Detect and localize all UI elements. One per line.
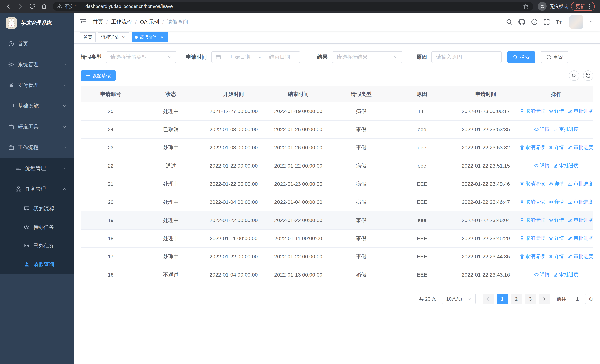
progress-action-link[interactable]: 审批进度 xyxy=(568,144,593,151)
header-search-icon[interactable] xyxy=(506,19,513,25)
progress-action-link[interactable]: 审批进度 xyxy=(568,199,593,205)
cell-id: 20 xyxy=(81,193,141,211)
progress-action-link[interactable]: 审批进度 xyxy=(553,162,579,169)
browser-menu-icon[interactable] xyxy=(587,3,593,9)
browser-reload-icon[interactable] xyxy=(28,1,37,11)
sidebar-item-label: 研发工具 xyxy=(18,123,38,130)
incognito-icon xyxy=(538,2,547,11)
cell-type: 事假 xyxy=(331,121,392,139)
edit-icon xyxy=(568,200,572,205)
apply-time-range-picker[interactable]: 开始日期 - 结束日期 xyxy=(211,51,300,63)
cell-id: 21 xyxy=(81,175,141,193)
cancel-action-link[interactable]: 取消请假 xyxy=(520,199,545,205)
browser-home-icon[interactable] xyxy=(39,1,49,11)
browser-update-button[interactable]: 更新 xyxy=(571,2,595,11)
progress-action-link[interactable]: 审批进度 xyxy=(553,271,579,278)
create-leave-button[interactable]: 发起请假 xyxy=(81,70,116,81)
progress-action-link[interactable]: 审批进度 xyxy=(568,180,593,187)
sidebar-item-my-process[interactable]: 我的流程 xyxy=(0,199,74,218)
refresh-table-button[interactable] xyxy=(583,70,593,81)
sidebar-item-workflow[interactable]: 工作流程 xyxy=(0,137,74,158)
svg-text:?: ? xyxy=(533,20,535,24)
view-icon xyxy=(534,127,539,132)
progress-action-link[interactable]: 审批进度 xyxy=(568,108,593,114)
cancel-action-link[interactable]: 取消请假 xyxy=(520,253,545,260)
sidebar-item-task-mgmt[interactable]: 任务管理 xyxy=(0,179,74,199)
detail-action-link[interactable]: 详情 xyxy=(534,162,550,169)
next-page-button[interactable] xyxy=(539,294,550,304)
detail-action-link[interactable]: 详情 xyxy=(548,253,564,260)
tag-流程详情[interactable]: 流程详情× xyxy=(98,32,129,42)
user-avatar[interactable] xyxy=(569,15,583,29)
page-number-2[interactable]: 2 xyxy=(511,294,522,304)
detail-action-link[interactable]: 详情 xyxy=(548,108,564,114)
result-select[interactable]: 请选择流结果 xyxy=(332,51,403,63)
cell-end: 2022-01-04 00:00:00 xyxy=(266,193,331,211)
cancel-action-link[interactable]: 取消请假 xyxy=(520,217,545,223)
sidebar-item-label: 系统管理 xyxy=(18,61,38,68)
refresh-icon xyxy=(546,55,552,60)
sidebar-item-todo-tasks[interactable]: 待办任务 xyxy=(0,218,74,236)
sidebar-item-leave-query[interactable]: 请假查询 xyxy=(0,255,74,274)
cell-ops: 取消请假详情审批进度 xyxy=(519,193,593,211)
cell-end: 2022-01-22 00:00:00 xyxy=(266,211,331,229)
tag-首页[interactable]: 首页 xyxy=(80,32,96,42)
sidebar-item-payment[interactable]: 支付管理 xyxy=(0,75,74,96)
progress-action-link[interactable]: 审批进度 xyxy=(568,217,593,223)
sidebar-item-done-tasks[interactable]: 已办任务 xyxy=(0,236,74,255)
cell-id: 24 xyxy=(81,121,141,139)
sidebar-item-home[interactable]: 首页 xyxy=(0,33,74,54)
sidebar-item-process-mgmt[interactable]: 流程管理 xyxy=(0,158,74,179)
search-button[interactable]: 搜索 xyxy=(507,51,535,63)
address-bar[interactable]: 不安全 dashboard.yudao.iocoder.cn/bpm/oa/le… xyxy=(53,2,533,11)
detail-action-link[interactable]: 详情 xyxy=(548,180,564,187)
detail-action-link[interactable]: 详情 xyxy=(548,199,564,205)
sidebar-collapse-button[interactable] xyxy=(79,18,87,26)
reason-input[interactable] xyxy=(431,51,502,63)
page-size-select[interactable]: 10条/页 xyxy=(442,294,476,304)
cell-type: 病假 xyxy=(331,102,392,121)
breadcrumb-item[interactable]: 工作流程 xyxy=(111,18,132,25)
cell-ops: 详情审批进度 xyxy=(519,121,593,139)
cancel-action-link[interactable]: 取消请假 xyxy=(520,144,545,151)
bookmark-star-icon[interactable] xyxy=(523,3,529,9)
progress-action-link[interactable]: 审批进度 xyxy=(568,235,593,242)
prev-page-button[interactable] xyxy=(483,294,494,304)
cancel-action-link[interactable]: 取消请假 xyxy=(520,180,545,187)
tag-close-icon[interactable]: × xyxy=(121,35,126,40)
browser-back-icon[interactable] xyxy=(4,1,13,11)
toggle-search-button[interactable] xyxy=(569,70,579,81)
page-number-3[interactable]: 3 xyxy=(525,294,536,304)
github-icon[interactable] xyxy=(518,18,525,26)
detail-action-link[interactable]: 详情 xyxy=(548,235,564,242)
font-size-icon[interactable]: TT xyxy=(555,19,562,25)
goto-page-input[interactable] xyxy=(569,294,586,304)
goto-label: 前往 xyxy=(557,296,566,302)
reset-button[interactable]: 重置 xyxy=(541,51,569,63)
progress-action-link[interactable]: 审批进度 xyxy=(568,253,593,260)
tools-icon xyxy=(8,124,14,130)
breadcrumb-item[interactable]: OA 示例 xyxy=(140,18,159,25)
detail-action-link[interactable]: 详情 xyxy=(548,144,564,151)
cancel-action-link[interactable]: 取消请假 xyxy=(520,108,545,114)
browser-forward-icon[interactable] xyxy=(16,1,25,11)
detail-action-link[interactable]: 详情 xyxy=(548,217,564,223)
cell-status: 处理中 xyxy=(141,211,201,229)
page-number-1[interactable]: 1 xyxy=(497,294,508,304)
progress-action-link[interactable]: 审批进度 xyxy=(553,126,579,132)
sidebar-item-dev-tools[interactable]: 研发工具 xyxy=(0,116,74,137)
cell-type: 事假 xyxy=(331,139,392,157)
tag-close-icon[interactable]: × xyxy=(159,35,165,40)
cell-id: 18 xyxy=(81,229,141,248)
detail-action-link[interactable]: 详情 xyxy=(534,271,550,278)
tag-请假查询[interactable]: 请假查询× xyxy=(131,32,168,42)
detail-action-link[interactable]: 详情 xyxy=(534,126,550,132)
sidebar-item-system[interactable]: 系统管理 xyxy=(0,54,74,75)
fullscreen-icon[interactable] xyxy=(543,19,550,25)
docs-help-icon[interactable]: ? xyxy=(531,19,538,25)
cancel-action-link[interactable]: 取消请假 xyxy=(520,235,545,242)
sidebar-item-infrastructure[interactable]: 基础设施 xyxy=(0,96,74,116)
user-menu-caret-icon[interactable] xyxy=(589,20,593,24)
breadcrumb-item[interactable]: 首页 xyxy=(93,18,103,25)
leave-type-select[interactable]: 请选择请假类型 xyxy=(106,51,176,63)
